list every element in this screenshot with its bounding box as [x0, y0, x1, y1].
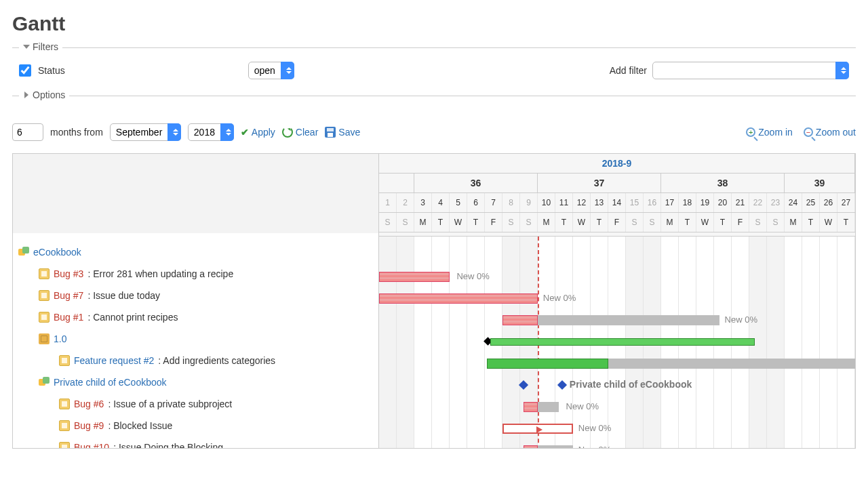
- dow-header: W: [820, 213, 837, 232]
- project-icon: [39, 377, 50, 388]
- dow-header: S: [397, 213, 414, 232]
- apply-button[interactable]: ✔ Apply: [241, 127, 275, 138]
- issue-link[interactable]: Bug #10: [74, 442, 109, 449]
- tree-row: Bug #1: Cannot print recipes: [13, 306, 378, 328]
- day-header: 6: [467, 193, 485, 212]
- day-header: 17: [661, 193, 679, 212]
- save-button[interactable]: Save: [325, 127, 360, 138]
- day-header: 27: [837, 193, 855, 212]
- issue-link[interactable]: Bug #3: [54, 268, 83, 279]
- day-header: 20: [714, 193, 732, 212]
- status-filter-select-wrap: open: [248, 62, 294, 79]
- issue-link[interactable]: Bug #1: [54, 312, 83, 323]
- gantt-bar[interactable]: [502, 424, 573, 434]
- gantt-bar[interactable]: [538, 402, 559, 412]
- status-filter-select[interactable]: open: [248, 62, 294, 79]
- gantt-bar[interactable]: [502, 315, 538, 325]
- day-header: 7: [485, 193, 502, 212]
- version-link[interactable]: 1.0: [54, 333, 66, 344]
- gantt-row: New 0%: [379, 288, 855, 310]
- gantt-row: [379, 353, 855, 375]
- toolbar: months from September 2018 ✔ Apply Clear…: [12, 123, 856, 141]
- month-select[interactable]: September: [110, 123, 181, 141]
- gantt-row: Private child of eCookbook: [379, 375, 855, 396]
- day-header: 4: [432, 193, 450, 212]
- day-header: 19: [696, 193, 714, 212]
- add-filter-select-wrap: [652, 62, 849, 79]
- day-header: 22: [749, 193, 767, 212]
- gantt-row: New 0%: [379, 310, 855, 331]
- issue-link[interactable]: Feature request #2: [74, 355, 154, 366]
- dow-header: T: [467, 213, 485, 232]
- status-label: New 0%: [725, 314, 757, 325]
- add-filter-label: Add filter: [610, 65, 647, 76]
- issue-link[interactable]: Bug #9: [74, 420, 104, 431]
- filters-fieldset: Filters Status open Add filter: [12, 47, 856, 96]
- add-filter-select[interactable]: [652, 62, 849, 79]
- gantt-bar[interactable]: [524, 445, 538, 448]
- day-header: 3: [414, 193, 432, 212]
- gantt-bar[interactable]: [490, 338, 755, 346]
- issue-link[interactable]: Bug #7: [54, 290, 83, 301]
- day-header: 16: [644, 193, 661, 212]
- tree-row: Feature request #2: Add ingredients cate…: [13, 350, 378, 371]
- project-link[interactable]: Private child of eCookbook: [54, 377, 167, 388]
- dow-header: W: [573, 213, 591, 232]
- year-select[interactable]: 2018: [188, 123, 234, 141]
- gantt-bar[interactable]: [524, 402, 538, 412]
- page-title: Gantt: [12, 12, 856, 35]
- dow-header: S: [379, 213, 397, 232]
- version-icon: [39, 333, 50, 344]
- months-count-input[interactable]: [12, 123, 43, 141]
- project-link[interactable]: eCookbook: [33, 247, 81, 258]
- options-fieldset: Options: [12, 96, 856, 114]
- week-header: 39: [785, 174, 855, 192]
- dow-header: W: [696, 213, 714, 232]
- filters-legend[interactable]: Filters: [19, 41, 62, 52]
- dow-header: F: [608, 213, 626, 232]
- zoom-out-button[interactable]: − Zoom out: [804, 127, 856, 138]
- zoom-out-icon: −: [804, 127, 813, 137]
- dow-header: M: [538, 213, 555, 232]
- gantt-bar[interactable]: [379, 272, 450, 282]
- status-filter-checkbox[interactable]: [19, 64, 31, 77]
- status-label: New 0%: [578, 423, 611, 433]
- issue-link[interactable]: Bug #6: [74, 399, 104, 409]
- options-legend[interactable]: Options: [19, 89, 69, 100]
- gantt-bar[interactable]: [487, 359, 608, 369]
- day-header: 2: [397, 193, 414, 212]
- options-label: Options: [33, 89, 65, 100]
- dow-header: M: [414, 213, 432, 232]
- status-label: New 0%: [456, 271, 489, 281]
- dow-header: M: [785, 213, 802, 232]
- issue-icon: [59, 355, 70, 366]
- dow-header: T: [802, 213, 820, 232]
- dow-header: T: [555, 213, 573, 232]
- status-label: New 0%: [543, 293, 576, 303]
- diamond-icon: [519, 380, 528, 390]
- tree-row: Bug #10: Issue Doing the Blocking: [13, 436, 378, 449]
- day-header: 10: [538, 193, 555, 212]
- month-header[interactable]: 2018-9: [379, 154, 855, 173]
- status-label: New 0%: [566, 401, 599, 411]
- dow-header: F: [485, 213, 502, 232]
- gantt-bar[interactable]: [608, 359, 855, 369]
- gantt-bar[interactable]: [538, 315, 719, 325]
- tree-row: Bug #7: Issue due today: [13, 285, 378, 306]
- gantt-row: New 0%: [379, 418, 855, 440]
- day-header: 26: [820, 193, 837, 212]
- zoom-in-button[interactable]: + Zoom in: [746, 127, 793, 138]
- dow-header: S: [749, 213, 767, 232]
- clear-button[interactable]: Clear: [282, 127, 318, 138]
- gantt-chart-pane[interactable]: 2018-93637383912345678910111213141516171…: [379, 154, 855, 448]
- day-header: 18: [679, 193, 696, 212]
- day-header: 12: [573, 193, 591, 212]
- gantt-container: eCookbookBug #3: Error 281 when updating…: [12, 153, 856, 449]
- day-header: 21: [732, 193, 749, 212]
- status-label: New 0%: [578, 445, 611, 448]
- day-header: 11: [555, 193, 573, 212]
- day-header: 1: [379, 193, 397, 212]
- gantt-bar[interactable]: [538, 445, 573, 448]
- gantt-bar[interactable]: [379, 293, 538, 304]
- week-header: 38: [661, 174, 785, 192]
